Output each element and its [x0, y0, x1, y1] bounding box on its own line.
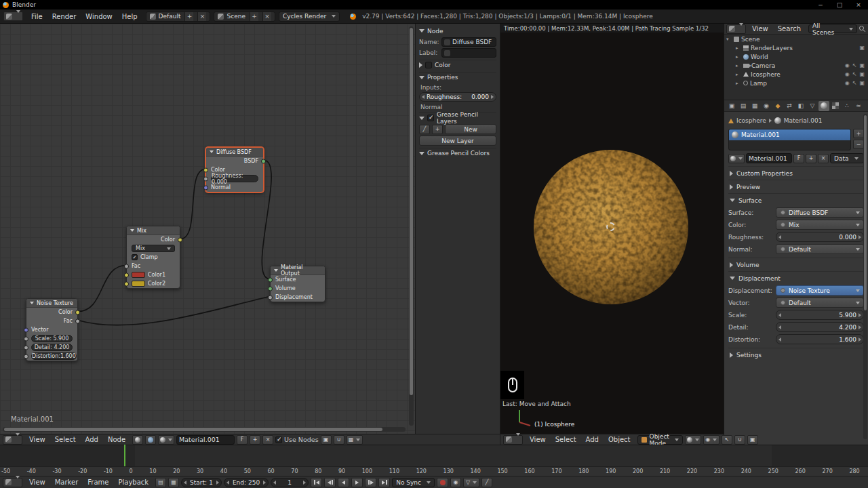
- panel-expand-icon[interactable]: [419, 62, 422, 68]
- add-slot-button[interactable]: +: [853, 129, 864, 138]
- distortion-slider[interactable]: 1.600: [776, 334, 864, 344]
- gp-new-button[interactable]: New: [445, 124, 496, 134]
- particles-tab[interactable]: ∴: [842, 101, 852, 111]
- manipulator-translate-icon[interactable]: ↖: [722, 435, 732, 445]
- snap-magnet-icon[interactable]: ∪: [334, 435, 344, 445]
- panel-expand-icon[interactable]: [730, 199, 735, 202]
- menu-item[interactable]: Window: [81, 13, 117, 20]
- properties-scrollbar[interactable]: [863, 114, 867, 439]
- socket-displacement-in[interactable]: [268, 295, 273, 300]
- world-tab[interactable]: ◉: [761, 101, 772, 111]
- add-layout-button[interactable]: [184, 12, 193, 21]
- socket-color2-in[interactable]: [124, 281, 129, 286]
- menu-item[interactable]: Frame: [83, 479, 113, 486]
- visibility-icon[interactable]: ◉: [845, 71, 850, 77]
- gp-layers-checkbox[interactable]: [427, 115, 434, 121]
- renderability-icon[interactable]: ▣: [859, 80, 865, 86]
- socket-detail-in[interactable]: [24, 345, 28, 350]
- collapse-icon[interactable]: [210, 150, 214, 153]
- unlink-material-button[interactable]: ×: [262, 435, 273, 445]
- render-layers-tab[interactable]: ▤: [738, 101, 749, 111]
- gp-new-layer-button[interactable]: New Layer: [419, 136, 496, 146]
- expand-icon[interactable]: ▸: [736, 63, 741, 68]
- panel-expand-icon[interactable]: [419, 29, 425, 33]
- editor-type-selector[interactable]: [3, 12, 23, 21]
- selectability-icon[interactable]: ↖: [852, 62, 857, 68]
- panel-header[interactable]: Surface: [728, 195, 864, 205]
- jump-to-end-button[interactable]: [378, 478, 390, 487]
- roughness-slider[interactable]: Roughness:0.000: [419, 92, 496, 102]
- render-tab[interactable]: ▣: [726, 101, 737, 111]
- texture-tab[interactable]: [830, 101, 841, 111]
- normal-input-dropdown[interactable]: Default: [776, 244, 864, 254]
- panel-expand-icon[interactable]: [730, 277, 735, 280]
- frame-lock-icon[interactable]: ▦: [168, 478, 179, 487]
- cursor-3d-icon[interactable]: [606, 222, 615, 231]
- menu-item[interactable]: Render: [47, 13, 81, 20]
- menu-item[interactable]: Marker: [50, 479, 83, 486]
- search-icon[interactable]: [859, 25, 866, 33]
- start-frame-field[interactable]: Start:1: [181, 478, 222, 487]
- socket-vector-in[interactable]: [24, 327, 28, 332]
- panel-color[interactable]: Color: [419, 60, 496, 70]
- use-nodes-checkbox[interactable]: [275, 436, 282, 443]
- menu-item[interactable]: View: [747, 25, 773, 33]
- displacement-input-dropdown[interactable]: Noise Texture: [776, 285, 864, 296]
- outliner-row-scene[interactable]: ▾Scene: [724, 35, 868, 43]
- selectability-icon[interactable]: ↖: [852, 71, 857, 77]
- add-icon[interactable]: +: [432, 125, 443, 134]
- node-noise-texture[interactable]: Noise Texture Color Fac Vector Scale: 5.…: [26, 298, 78, 361]
- outliner-row-icosphere[interactable]: ▸Icosphere◉↖▣: [724, 70, 868, 79]
- menu-item[interactable]: Add: [581, 436, 604, 443]
- material-tab[interactable]: [818, 101, 829, 111]
- node-material-output[interactable]: Material Output Surface Volume Displacem…: [270, 266, 326, 302]
- selectability-icon[interactable]: ↖: [852, 80, 857, 86]
- collapse-icon[interactable]: [130, 229, 134, 232]
- outliner-row-renderlayers[interactable]: ▸RenderLayers▣: [724, 43, 868, 52]
- material-slot-list[interactable]: Material.001: [728, 129, 851, 150]
- end-frame-field[interactable]: End:250: [224, 478, 269, 487]
- scrollbar-thumb[interactable]: [864, 115, 867, 310]
- menu-item[interactable]: Search: [773, 25, 806, 33]
- roughness-slider[interactable]: 0.000: [776, 232, 864, 242]
- new-material-button[interactable]: +: [806, 154, 816, 163]
- play-button[interactable]: [351, 478, 363, 487]
- menu-item[interactable]: View: [525, 436, 551, 443]
- panel-expand-icon[interactable]: [730, 184, 733, 190]
- socket-bsdf-out[interactable]: [261, 159, 266, 163]
- snap-mode-dropdown[interactable]: ▦: [347, 435, 363, 445]
- panel-header[interactable]: Custom Properties: [728, 168, 864, 178]
- surface-shader-dropdown[interactable]: Diffuse BSDF: [776, 207, 864, 218]
- maximize-button[interactable]: □: [830, 0, 849, 9]
- data-tab[interactable]: ▽: [807, 101, 818, 111]
- add-scene-button[interactable]: [250, 12, 258, 21]
- viewport-3d[interactable]: Time:00:00.00 | Mem:12.33M, Peak:14.00M …: [500, 24, 724, 434]
- scale-slider[interactable]: 5.900: [776, 310, 864, 320]
- socket-color-out[interactable]: [75, 310, 80, 314]
- timeline-ruler[interactable]: -50-40-30-20-100102030405060708090100110…: [0, 466, 868, 476]
- color1-swatch[interactable]: [132, 272, 145, 278]
- expand-icon[interactable]: ▸: [736, 54, 741, 60]
- detail-slider[interactable]: 4.200: [776, 322, 864, 332]
- panel-grease-pencil-layers[interactable]: Grease Pencil Layers: [419, 113, 496, 123]
- color-input-dropdown[interactable]: Mix: [776, 220, 864, 230]
- panel-properties[interactable]: Properties: [419, 72, 496, 82]
- scene-selector[interactable]: Scene: [214, 12, 275, 22]
- shader-type-object-icon[interactable]: [132, 435, 143, 445]
- panel-expand-icon[interactable]: [730, 171, 733, 176]
- panel-grease-pencil-colors[interactable]: Grease Pencil Colors: [419, 148, 496, 158]
- auto-keyframe-icon[interactable]: ◉: [450, 478, 461, 487]
- panel-node[interactable]: Node: [419, 26, 496, 36]
- expand-icon[interactable]: ▸: [736, 45, 741, 51]
- outliner-row-lamp[interactable]: ▸Lamp◉↖▣: [724, 79, 868, 87]
- remove-slot-button[interactable]: −: [853, 140, 864, 149]
- new-material-button[interactable]: +: [250, 435, 260, 445]
- screen-layout-selector[interactable]: Default: [146, 12, 211, 22]
- node-name-field[interactable]: Diffuse BSDF: [441, 37, 496, 47]
- panel-expand-icon[interactable]: [730, 262, 733, 268]
- color-checkbox[interactable]: [425, 62, 432, 68]
- scrollbar-thumb[interactable]: [4, 428, 382, 431]
- socket-fac-in[interactable]: [124, 264, 129, 268]
- node-header[interactable]: Mix: [127, 226, 180, 235]
- timeline-track[interactable]: [0, 445, 868, 466]
